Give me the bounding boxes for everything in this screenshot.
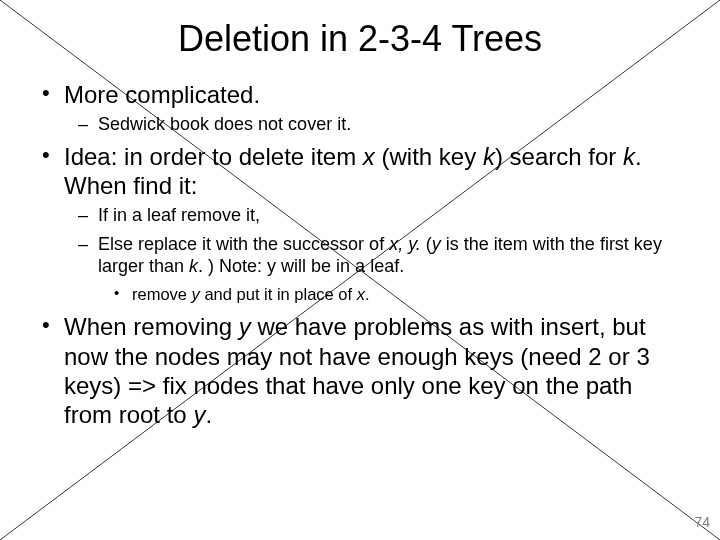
text: .: [205, 401, 212, 428]
var-y: y: [432, 234, 441, 254]
bullet-more-complicated: More complicated.: [36, 80, 684, 109]
slide-title: Deletion in 2-3-4 Trees: [0, 18, 720, 60]
text: (with key: [375, 143, 483, 170]
text: .: [365, 285, 370, 303]
text: When removing: [64, 313, 239, 340]
var-k: k: [189, 256, 198, 276]
text: (: [421, 234, 432, 254]
var-y: y: [193, 401, 205, 428]
var-y: y: [239, 313, 251, 340]
text: ) search for: [495, 143, 623, 170]
var-k: k: [623, 143, 635, 170]
subbullet-leaf-remove: If in a leaf remove it,: [36, 204, 684, 227]
text: and put it in place of: [200, 285, 357, 303]
text: . ) Note: y will be in a leaf.: [198, 256, 404, 276]
var-k: k: [483, 143, 495, 170]
slide-content: More complicated. Sedwick book does not …: [0, 80, 720, 429]
var-x: x: [363, 143, 375, 170]
text: Idea: in order to delete item: [64, 143, 363, 170]
page-number: 74: [694, 514, 710, 530]
text: Else replace it with the successor of: [98, 234, 389, 254]
var-xy: x, y.: [389, 234, 421, 254]
subsubbullet-remove-y: remove y and put it in place of x.: [36, 284, 684, 305]
bullet-idea: Idea: in order to delete item x (with ke…: [36, 142, 684, 201]
subbullet-sedwick: Sedwick book does not cover it.: [36, 113, 684, 136]
var-x: x: [357, 285, 365, 303]
text: remove: [132, 285, 192, 303]
bullet-when-removing: When removing y we have problems as with…: [36, 312, 684, 429]
slide: Deletion in 2-3-4 Trees More complicated…: [0, 0, 720, 540]
subbullet-else-replace: Else replace it with the successor of x,…: [36, 233, 684, 278]
var-y: y: [192, 285, 200, 303]
